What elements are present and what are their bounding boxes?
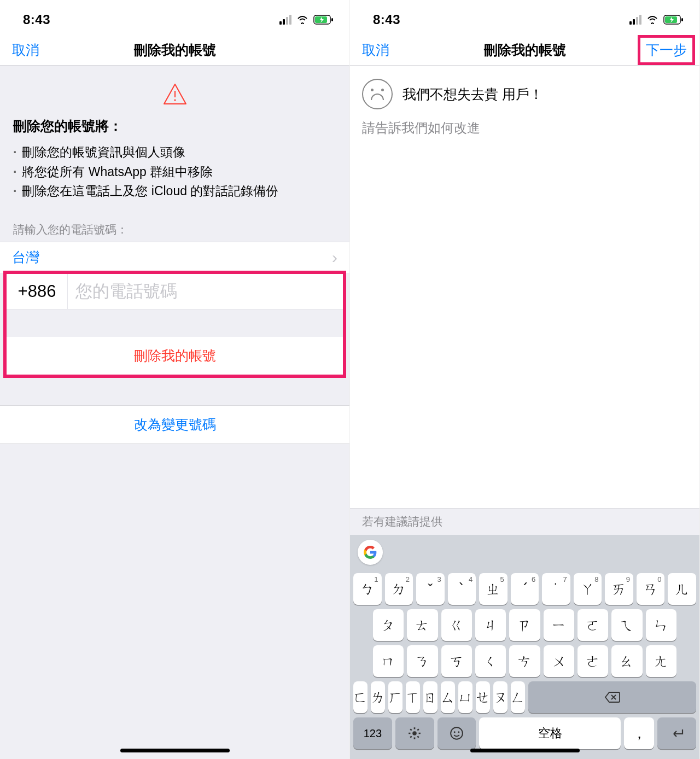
key-ㄉ[interactable]: ㄉ2 — [385, 573, 413, 605]
svg-rect-6 — [681, 18, 683, 21]
key-ˊ[interactable]: ˊ6 — [511, 573, 539, 605]
key-ㄜ[interactable]: ㄜ — [578, 645, 608, 677]
country-selector[interactable]: 台灣 › — [0, 242, 349, 273]
numeric-key[interactable]: 123 — [353, 717, 392, 749]
enter-key[interactable] — [657, 717, 696, 749]
emoji-key[interactable] — [438, 717, 476, 749]
home-indicator[interactable] — [120, 749, 230, 752]
phone-right: 8:43 取消 刪除我的帳號 下一步 — [350, 0, 700, 759]
key-ㄍ[interactable]: ㄍ — [441, 609, 472, 641]
key-ㄦ[interactable]: ㄦ — [668, 573, 696, 605]
key-ㄝ[interactable]: ㄝ — [476, 681, 490, 713]
delete-account-button[interactable]: 刪除我的帳號 — [7, 337, 343, 375]
home-indicator[interactable] — [470, 749, 580, 752]
key-ㄑ[interactable]: ㄑ — [475, 645, 506, 677]
battery-charging-icon — [663, 14, 684, 25]
key-ㄣ[interactable]: ㄣ — [646, 609, 676, 641]
sad-face-icon — [362, 79, 393, 109]
phone-number-input[interactable] — [68, 274, 343, 309]
key-ㄗ[interactable]: ㄗ — [509, 609, 540, 641]
battery-charging-icon — [313, 14, 334, 25]
key-ㄡ[interactable]: ㄡ — [493, 681, 508, 713]
svg-point-4 — [174, 99, 176, 101]
key-ㄇ[interactable]: ㄇ — [373, 645, 404, 677]
sad-message-text: 我們不想失去貴 用戶！ — [402, 85, 543, 103]
nav-bar: 取消 刪除我的帳號 下一步 — [350, 35, 699, 66]
key-ㄒ[interactable]: ㄒ — [406, 681, 420, 713]
warning-icon — [0, 66, 349, 117]
comma-key[interactable]: ， — [624, 717, 654, 749]
key-ㄆ[interactable]: ㄆ — [373, 609, 404, 641]
status-bar: 8:43 — [0, 4, 349, 35]
next-button[interactable]: 下一步 — [638, 35, 695, 65]
key-ㄓ[interactable]: ㄓ5 — [479, 573, 508, 605]
wifi-icon — [296, 12, 309, 27]
key-ㄧ[interactable]: ㄧ — [544, 609, 574, 641]
info-block: 刪除您的帳號將： 刪除您的帳號資訊與個人頭像 將您從所有 WhatsApp 群組… — [0, 117, 349, 214]
cancel-button[interactable]: 取消 — [362, 41, 417, 59]
nav-title: 刪除我的帳號 — [484, 41, 566, 59]
settings-key[interactable] — [395, 717, 434, 749]
svg-point-10 — [454, 731, 456, 733]
key-ㄖ[interactable]: ㄖ — [423, 681, 438, 713]
key-ㄚ[interactable]: ㄚ8 — [574, 573, 602, 605]
status-time: 8:43 — [373, 12, 400, 27]
info-list: 刪除您的帳號資訊與個人頭像 將您從所有 WhatsApp 群組中移除 刪除您在這… — [13, 143, 336, 201]
kb-row-3: ㄇㄋㄎㄑㄘㄨㄜㄠㄤ — [353, 645, 696, 677]
key-ˋ[interactable]: ˋ4 — [448, 573, 476, 605]
status-icons — [629, 12, 684, 27]
key-ㄙ[interactable]: ㄙ — [441, 681, 455, 713]
info-heading: 刪除您的帳號將： — [13, 117, 336, 135]
chevron-right-icon: › — [332, 248, 337, 267]
key-ˇ[interactable]: ˇ3 — [416, 573, 445, 605]
feedback-screen: 我們不想失去貴 用戶！ 請告訴我們如何改進 若有建議請提供 ㄅ1ㄉ2ˇ3ˋ4ㄓ5… — [350, 66, 699, 759]
key-˙[interactable]: ˙7 — [542, 573, 570, 605]
kb-row-4: ㄈㄌㄏㄒㄖㄙㄩㄝㄡㄥ — [353, 681, 696, 713]
key-ㄎ[interactable]: ㄎ — [441, 645, 472, 677]
kb-row-5: 123 空格 ， — [353, 717, 696, 749]
key-ㄤ[interactable]: ㄤ — [646, 645, 676, 677]
backspace-key[interactable] — [528, 681, 696, 713]
key-ㄞ[interactable]: ㄞ9 — [605, 573, 633, 605]
key-ㄅ[interactable]: ㄅ1 — [353, 573, 382, 605]
info-item: 刪除您的帳號資訊與個人頭像 — [13, 143, 336, 162]
key-ㄩ[interactable]: ㄩ — [458, 681, 472, 713]
space-key[interactable]: 空格 — [479, 717, 621, 749]
info-item: 刪除您在這電話上及您 iCloud 的對話記錄備份 — [13, 182, 336, 201]
key-ㄠ[interactable]: ㄠ — [611, 645, 642, 677]
key-ㄐ[interactable]: ㄐ — [475, 609, 506, 641]
svg-point-11 — [458, 731, 459, 733]
keyboard: ㄅ1ㄉ2ˇ3ˋ4ㄓ5ˊ6˙7ㄚ8ㄞ9ㄢ0ㄦ ㄆㄊㄍㄐㄗㄧㄛㄟㄣ ㄇㄋㄎㄑㄘㄨㄜㄠ… — [350, 570, 699, 759]
cellular-icon — [629, 15, 641, 25]
nav-title: 刪除我的帳號 — [134, 41, 216, 59]
svg-rect-1 — [331, 18, 333, 21]
key-ㄏ[interactable]: ㄏ — [388, 681, 402, 713]
key-ㄌ[interactable]: ㄌ — [371, 681, 385, 713]
cellular-icon — [279, 15, 291, 25]
kb-row-2: ㄆㄊㄍㄐㄗㄧㄛㄟㄣ — [353, 609, 696, 641]
key-ㄥ[interactable]: ㄥ — [511, 681, 525, 713]
key-ㄘ[interactable]: ㄘ — [509, 645, 540, 677]
phone-prompt-label: 請輸入您的電話號碼： — [0, 214, 349, 242]
status-time: 8:43 — [23, 12, 50, 27]
key-ㄢ[interactable]: ㄢ0 — [637, 573, 665, 605]
info-item: 將您從所有 WhatsApp 群組中移除 — [13, 162, 336, 182]
google-icon[interactable] — [358, 540, 383, 565]
delete-account-form: 刪除您的帳號將： 刪除您的帳號資訊與個人頭像 將您從所有 WhatsApp 群組… — [0, 66, 349, 759]
status-icons — [279, 12, 334, 27]
suggest-label: 若有建議請提供 — [350, 508, 699, 535]
feedback-placeholder: 請告訴我們如何改進 — [362, 119, 687, 137]
country-name: 台灣 — [12, 248, 39, 266]
key-ㄨ[interactable]: ㄨ — [544, 645, 574, 677]
country-code: +886 — [7, 274, 68, 309]
feedback-textarea[interactable]: 請告訴我們如何改進 — [350, 119, 699, 508]
nav-bar: 取消 刪除我的帳號 — [0, 35, 349, 66]
wifi-icon — [646, 12, 659, 27]
key-ㄛ[interactable]: ㄛ — [578, 609, 608, 641]
key-ㄋ[interactable]: ㄋ — [407, 645, 438, 677]
key-ㄊ[interactable]: ㄊ — [407, 609, 438, 641]
change-number-button[interactable]: 改為變更號碼 — [0, 405, 349, 444]
key-ㄈ[interactable]: ㄈ — [353, 681, 368, 713]
key-ㄟ[interactable]: ㄟ — [611, 609, 642, 641]
cancel-button[interactable]: 取消 — [12, 41, 67, 59]
